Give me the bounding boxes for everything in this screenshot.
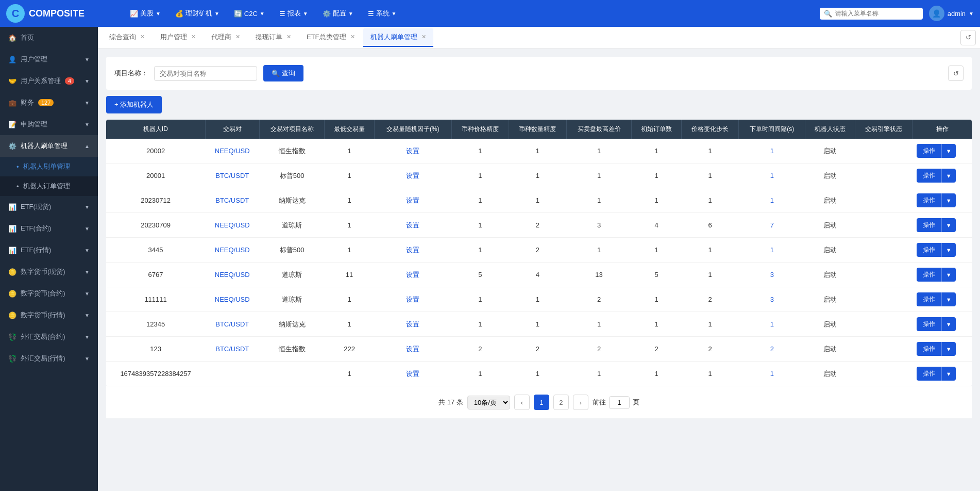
cell-trade-factor[interactable]: 设置 [374, 263, 451, 287]
next-page-button[interactable]: › [573, 395, 588, 410]
cell-trade-factor[interactable]: 设置 [374, 238, 451, 263]
nav-item-finance[interactable]: 💰 理财矿机 ▼ [169, 6, 226, 21]
sidebar-item-user-relations[interactable]: 🤝 用户关系管理 4 ▼ [0, 70, 98, 92]
action-button[interactable]: 操作 [917, 292, 941, 306]
sidebar-item-robot[interactable]: ⚙️ 机器人刷单管理 ▲ [0, 135, 98, 157]
sidebar-sub-item-robot-order-management[interactable]: • 机器人订单管理 [0, 176, 98, 196]
action-button[interactable]: 操作 [917, 243, 941, 257]
cell-trade-factor[interactable]: 设置 [374, 213, 451, 238]
tab-close-icon[interactable]: ✕ [421, 34, 426, 40]
user-area[interactable]: 👤 admin ▼ [929, 6, 974, 21]
cell-interval: 1 [739, 312, 805, 337]
tab-close-icon[interactable]: ✕ [350, 34, 355, 40]
add-robot-button[interactable]: + 添加机器人 [106, 96, 162, 113]
prev-page-button[interactable]: ‹ [514, 395, 530, 410]
tab-robot[interactable]: 机器人刷单管理 ✕ [363, 28, 433, 47]
cell-init-orders: 4 [632, 213, 681, 238]
action-dropdown-button[interactable]: ▼ [941, 243, 956, 257]
cell-action: 操作 ▼ [913, 163, 972, 188]
sidebar-sub-label: 机器人订单管理 [23, 182, 70, 191]
tab-agent[interactable]: 代理商 ✕ [204, 28, 247, 47]
action-button[interactable]: 操作 [917, 169, 941, 183]
action-dropdown-button[interactable]: ▼ [941, 292, 956, 306]
filter-refresh-button[interactable]: ↺ [948, 66, 964, 81]
sidebar-item-etf-futures[interactable]: 📊 ETF(合约) ▼ [0, 218, 98, 239]
action-dropdown-button[interactable]: ▼ [941, 193, 956, 207]
relations-icon: 🤝 [8, 77, 16, 85]
sidebar-item-crypto-futures[interactable]: 🪙 数字货币(合约) ▼ [0, 283, 98, 304]
tab-close-icon[interactable]: ✕ [191, 34, 196, 40]
cell-trade-factor[interactable]: 设置 [374, 312, 451, 337]
sidebar-item-etf-market[interactable]: 📊 ETF(行情) ▼ [0, 239, 98, 261]
nav-item-stock[interactable]: 📈 美股 ▼ [124, 6, 167, 21]
nav-item-config[interactable]: ⚙️ 配置 ▼ [316, 6, 360, 21]
cell-action: 操作 ▼ [913, 287, 972, 312]
tab-withdrawal[interactable]: 提现订单 ✕ [248, 28, 298, 47]
cell-qty-precision: 1 [509, 139, 567, 163]
action-button[interactable]: 操作 [917, 342, 941, 356]
search-input[interactable] [835, 10, 919, 17]
action-dropdown-button[interactable]: ▼ [941, 268, 956, 282]
action-dropdown-button[interactable]: ▼ [941, 218, 956, 232]
tab-etf[interactable]: ETF总类管理 ✕ [299, 28, 362, 47]
action-button[interactable]: 操作 [917, 367, 941, 381]
nav-item-system[interactable]: ☰ 系统 ▼ [362, 6, 403, 21]
action-dropdown-button[interactable]: ▼ [941, 342, 956, 356]
tab-close-icon[interactable]: ✕ [140, 34, 145, 40]
page-2-button[interactable]: 2 [553, 395, 569, 410]
action-button[interactable]: 操作 [917, 317, 941, 331]
sidebar-item-users[interactable]: 👤 用户管理 ▼ [0, 48, 98, 70]
cell-spread: 3 [566, 213, 632, 238]
project-name-input[interactable] [154, 66, 257, 81]
table-row: 12345 BTC/USDT 纳斯达克 1 设置 1 1 1 1 1 1 启动 … [106, 312, 972, 337]
tab-close-icon[interactable]: ✕ [235, 34, 240, 40]
cell-init-orders: 1 [632, 312, 681, 337]
action-dropdown-button[interactable]: ▼ [941, 169, 956, 183]
action-button[interactable]: 操作 [917, 218, 941, 232]
cell-robot-id: 20002 [106, 139, 205, 163]
cell-engine-status [855, 163, 913, 188]
query-button[interactable]: 🔍 查询 [263, 65, 303, 81]
cell-price-step: 6 [681, 213, 739, 238]
cell-trade-factor[interactable]: 设置 [374, 337, 451, 362]
nav-item-c2c[interactable]: 🔄 C2C ▼ [228, 7, 271, 21]
sidebar-item-purchase[interactable]: 📝 申购管理 ▼ [0, 113, 98, 135]
sidebar-item-finance[interactable]: 💼 财务 127 ▼ [0, 92, 98, 113]
action-button[interactable]: 操作 [917, 144, 941, 158]
tab-close-icon[interactable]: ✕ [286, 34, 291, 40]
sidebar-item-crypto-spot[interactable]: 🪙 数字货币(现货) ▼ [0, 261, 98, 283]
nav-item-report[interactable]: ☰ 报表 ▼ [273, 6, 314, 21]
system-icon: ☰ [368, 10, 374, 18]
action-button[interactable]: 操作 [917, 268, 941, 282]
search-icon: 🔍 [272, 70, 280, 77]
search-box[interactable]: 🔍 [820, 8, 923, 20]
sidebar-item-etf-spot[interactable]: 📊 ETF(现货) ▼ [0, 196, 98, 218]
sidebar-item-label: 财务 [21, 98, 34, 107]
sidebar-item-crypto-market[interactable]: 🪙 数字货币(行情) ▼ [0, 304, 98, 326]
cell-trade-factor[interactable]: 设置 [374, 163, 451, 188]
action-dropdown-button[interactable]: ▼ [941, 144, 956, 158]
page-1-button[interactable]: 1 [534, 395, 549, 410]
cell-price-step: 1 [681, 312, 739, 337]
cell-qty-precision: 1 [509, 312, 567, 337]
cell-init-orders: 1 [632, 238, 681, 263]
tab-comprehensive[interactable]: 综合查询 ✕ [102, 28, 152, 47]
page-size-select[interactable]: 10条/页 20条/页 50条/页 [467, 396, 510, 410]
project-name-label: 项目名称： [114, 69, 148, 78]
action-button[interactable]: 操作 [917, 193, 941, 207]
sidebar-item-home[interactable]: 🏠 首页 [0, 27, 98, 48]
refresh-button[interactable]: ↺ [960, 30, 976, 45]
stock-icon: 📈 [130, 10, 138, 18]
action-dropdown-button[interactable]: ▼ [941, 367, 956, 381]
sidebar-item-forex-market[interactable]: 💱 外汇交易(行情) ▼ [0, 348, 98, 369]
action-dropdown-button[interactable]: ▼ [941, 317, 956, 331]
goto-input[interactable] [609, 396, 630, 409]
cell-trade-factor[interactable]: 设置 [374, 287, 451, 312]
sidebar-sub-item-robot-orders[interactable]: • 机器人刷单管理 [0, 157, 98, 176]
cell-trade-factor[interactable]: 设置 [374, 188, 451, 213]
chevron-down-icon: ▼ [392, 11, 397, 17]
sidebar-item-forex-futures[interactable]: 💱 外汇交易(合约) ▼ [0, 326, 98, 348]
cell-trade-factor[interactable]: 设置 [374, 139, 451, 163]
cell-trade-factor[interactable]: 设置 [374, 362, 451, 386]
tab-users[interactable]: 用户管理 ✕ [153, 28, 203, 47]
